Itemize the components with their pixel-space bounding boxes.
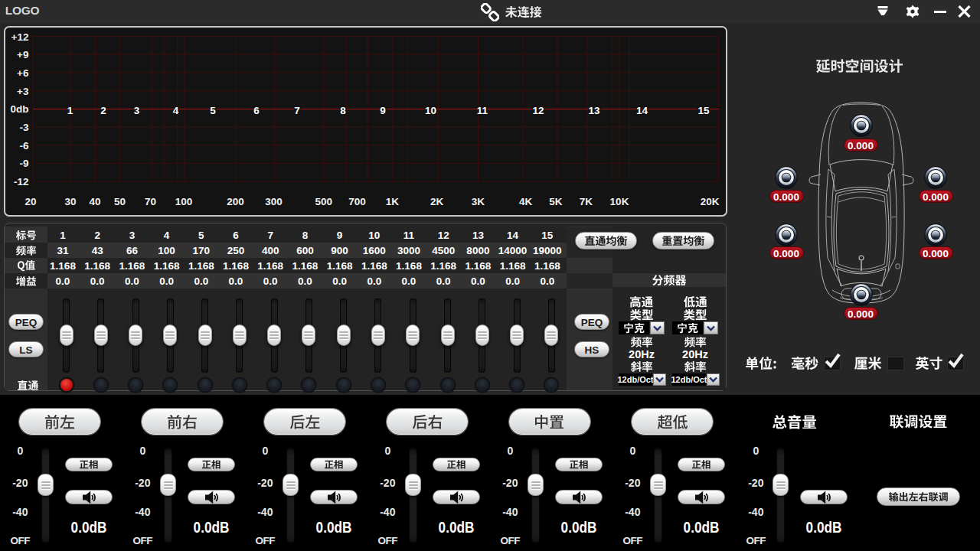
svg-text:3: 3 <box>134 105 140 116</box>
svg-text:5K: 5K <box>549 196 563 207</box>
svg-text:1K: 1K <box>386 196 400 207</box>
svg-text:200: 200 <box>227 196 244 207</box>
svg-text:300: 300 <box>265 196 283 207</box>
svg-text:0db: 0db <box>10 103 28 115</box>
svg-text:15: 15 <box>697 105 710 116</box>
svg-text:-9: -9 <box>19 158 28 169</box>
svg-text:700: 700 <box>348 196 366 207</box>
svg-text:-6: -6 <box>19 140 28 152</box>
svg-text:6: 6 <box>253 105 260 116</box>
svg-text:12: 12 <box>532 105 544 116</box>
svg-text:9: 9 <box>380 105 386 116</box>
svg-text:2: 2 <box>100 105 106 116</box>
svg-text:50: 50 <box>114 196 126 207</box>
svg-text:20: 20 <box>24 196 36 207</box>
svg-text:1: 1 <box>67 105 74 116</box>
svg-text:14: 14 <box>636 105 648 116</box>
svg-text:3K: 3K <box>472 196 485 207</box>
svg-text:40: 40 <box>89 196 100 207</box>
svg-text:7K: 7K <box>580 196 593 207</box>
svg-text:5: 5 <box>210 105 216 116</box>
svg-text:-3: -3 <box>19 122 28 133</box>
svg-text:70: 70 <box>145 196 156 207</box>
svg-text:10K: 10K <box>610 196 629 207</box>
svg-text:4: 4 <box>173 105 179 116</box>
svg-text:30: 30 <box>64 196 76 207</box>
svg-text:500: 500 <box>315 196 332 207</box>
svg-text:+9: +9 <box>17 49 28 60</box>
svg-text:+3: +3 <box>17 86 29 97</box>
svg-text:+6: +6 <box>17 67 29 79</box>
svg-text:2K: 2K <box>430 196 444 207</box>
svg-text:+12: +12 <box>11 31 29 43</box>
svg-text:10: 10 <box>425 105 436 116</box>
svg-text:100: 100 <box>175 196 193 207</box>
svg-text:-12: -12 <box>14 176 29 187</box>
svg-text:20K: 20K <box>701 196 720 207</box>
svg-text:7: 7 <box>294 105 300 116</box>
svg-text:8: 8 <box>340 105 346 116</box>
svg-text:11: 11 <box>477 105 488 116</box>
svg-text:13: 13 <box>588 105 600 116</box>
svg-text:4K: 4K <box>519 196 533 207</box>
